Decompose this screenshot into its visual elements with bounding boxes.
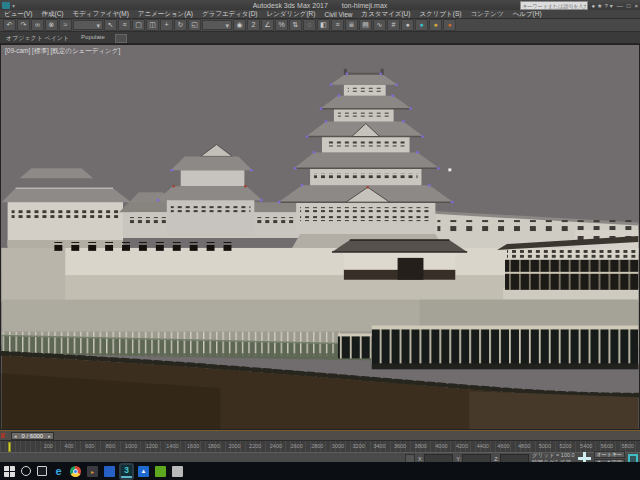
tick-label-20: 4200 — [452, 443, 473, 449]
photos-app-icon[interactable]: ▲ — [138, 466, 149, 477]
camera-viewport[interactable]: [09-cam] [標準] [既定のシェーディング] — [0, 44, 640, 430]
menu-item-0[interactable]: ビュー(V) — [4, 10, 32, 19]
next-frame-icon[interactable]: ▸ — [46, 433, 53, 439]
app-icon-dark[interactable]: ▸ — [87, 466, 98, 477]
document-app-icon[interactable] — [172, 466, 183, 477]
percent-snap-icon[interactable]: % — [275, 19, 288, 31]
spinner-snap-icon[interactable]: ⇅ — [289, 19, 302, 31]
material-editor-icon[interactable]: ● — [401, 19, 414, 31]
tick-label-10: 2200 — [245, 443, 266, 449]
tick-label-23: 4800 — [514, 443, 535, 449]
time-marker[interactable] — [8, 442, 11, 452]
tick-label-16: 3400 — [369, 443, 390, 449]
select-object-icon[interactable]: ↖ — [104, 19, 117, 31]
tick-label-7: 1600 — [183, 443, 204, 449]
menu-item-1[interactable]: 作成(C) — [41, 10, 63, 19]
tick-label-0: 200 — [38, 443, 59, 449]
menu-item-5[interactable]: レンダリング(R) — [267, 10, 316, 19]
menu-item-7[interactable]: カスタマイズ(U) — [362, 10, 411, 19]
bind-to-spacewarp-icon[interactable]: ≈ — [59, 19, 72, 31]
chrome-browser-icon[interactable] — [70, 466, 81, 477]
unlink-selection-icon[interactable]: ⊗ — [45, 19, 58, 31]
auto-key-button[interactable]: オートキー — [594, 451, 625, 458]
edit-named-selection-icon[interactable]: ◌ — [303, 19, 316, 31]
tick-label-17: 3600 — [390, 443, 411, 449]
minimize-button[interactable]: — — [617, 3, 623, 9]
app-title: Autodesk 3ds Max 2017 — [253, 2, 328, 9]
rectangular-selection-icon[interactable]: ▢ — [132, 19, 145, 31]
ribbon-tab-0[interactable]: オブジェクト ペイント — [6, 34, 69, 43]
track-bar[interactable]: 2004006008001000120014001600180020002200… — [0, 440, 640, 452]
render-production-icon[interactable]: ● — [443, 19, 456, 31]
task-view-button[interactable] — [37, 466, 47, 476]
3ds-max-taskbar-icon[interactable]: 3 — [121, 465, 132, 478]
tick-label-11: 2400 — [266, 443, 287, 449]
time-slider[interactable]: ◂ 0 / 6000 ▸ — [11, 432, 54, 440]
close-button[interactable]: × — [634, 3, 638, 9]
sign-in-icon[interactable]: ● — [591, 3, 595, 9]
tick-label-18: 3800 — [410, 443, 431, 449]
tick-label-12: 2600 — [286, 443, 307, 449]
menu-item-3[interactable]: アニメーション(A) — [138, 10, 193, 19]
windows-taskbar: e▸3▲ — [0, 462, 640, 480]
curve-editor-icon[interactable]: ∿ — [373, 19, 386, 31]
x-label: X: — [418, 456, 423, 462]
ribbon-tabs: オブジェクト ペイントPopulate — [6, 34, 105, 43]
start-button[interactable] — [4, 466, 15, 477]
angle-snap-icon[interactable]: ∠ — [261, 19, 274, 31]
align-icon[interactable]: ≡ — [331, 19, 344, 31]
ribbon-toggle-icon[interactable]: ▤ — [359, 19, 372, 31]
ribbon-tab-1[interactable]: Populate — [81, 34, 105, 43]
scene-render — [1, 45, 639, 429]
menu-item-6[interactable]: Civil View — [324, 11, 352, 18]
menu-item-4[interactable]: グラフエディタ(D) — [202, 10, 258, 19]
cortana-search-button[interactable] — [21, 466, 31, 476]
app-icon-blue[interactable] — [104, 466, 115, 477]
main-toolbar: ↶↷∞⊗≈▾↖≡▢◫+↻◱▾◉2∠%⇅◌◧≡≣▤∿#●●●● — [0, 19, 640, 32]
render-setup-icon[interactable]: ● — [415, 19, 428, 31]
favorites-icon[interactable]: ★ — [597, 3, 602, 9]
redo-icon[interactable]: ↷ — [17, 19, 30, 31]
layer-manager-icon[interactable]: ≣ — [345, 19, 358, 31]
quick-access-toolbar[interactable]: ▾ — [2, 2, 15, 9]
title-bar: ▾ Autodesk 3ds Max 2017 ton-himeji.max ●… — [0, 0, 640, 10]
tick-label-9: 2000 — [224, 443, 245, 449]
rendered-frame-icon[interactable]: ● — [429, 19, 442, 31]
tick-label-22: 4600 — [493, 443, 514, 449]
infocenter-icons: ●★?▾ — [591, 3, 612, 9]
snap-toggle-icon[interactable]: 2 — [247, 19, 260, 31]
select-and-move-icon[interactable]: + — [160, 19, 173, 31]
ribbon-bar: オブジェクト ペイントPopulate — [0, 33, 640, 44]
menu-item-8[interactable]: スクリプト(S) — [419, 10, 461, 19]
help-icon[interactable]: ? — [605, 3, 608, 9]
reference-coordinate-dropdown[interactable]: ▾ — [202, 20, 232, 30]
menu-item-9[interactable]: コンテンツ — [470, 10, 503, 19]
select-and-rotate-icon[interactable]: ↻ — [174, 19, 187, 31]
app-icon-green[interactable] — [155, 466, 166, 477]
menu-item-2[interactable]: モディファイヤ(M) — [73, 10, 129, 19]
use-pivot-center-icon[interactable]: ◉ — [233, 19, 246, 31]
tick-label-4: 1000 — [121, 443, 142, 449]
gate-building — [332, 240, 467, 280]
edge-browser-icon[interactable]: e — [53, 466, 64, 477]
menu-item-10[interactable]: ヘルプ(H) — [513, 10, 542, 19]
select-by-name-icon[interactable]: ≡ — [118, 19, 131, 31]
mirror-icon[interactable]: ◧ — [317, 19, 330, 31]
ribbon-flyout-icon[interactable] — [115, 34, 127, 43]
viewport-label[interactable]: [09-cam] [標準] [既定のシェーディング] — [5, 47, 120, 56]
selection-filter-dropdown[interactable]: ▾ — [73, 20, 103, 30]
undo-icon[interactable]: ↶ — [3, 19, 16, 31]
maximize-button[interactable]: □ — [627, 3, 631, 9]
caret-down-icon[interactable]: ▾ — [610, 3, 613, 9]
white-speck — [448, 168, 451, 171]
select-and-scale-icon[interactable]: ◱ — [188, 19, 201, 31]
app-logo-icon[interactable] — [2, 2, 10, 9]
3ds-max-window: ▾ Autodesk 3ds Max 2017 ton-himeji.max ●… — [0, 0, 640, 480]
schematic-view-icon[interactable]: # — [387, 19, 400, 31]
tick-label-2: 600 — [79, 443, 100, 449]
frame-display: 0 / 6000 — [19, 433, 47, 439]
window-crossing-icon[interactable]: ◫ — [146, 19, 159, 31]
y-label: Y: — [456, 456, 461, 462]
quick-access-caret-icon[interactable]: ▾ — [12, 2, 15, 9]
select-and-link-icon[interactable]: ∞ — [31, 19, 44, 31]
